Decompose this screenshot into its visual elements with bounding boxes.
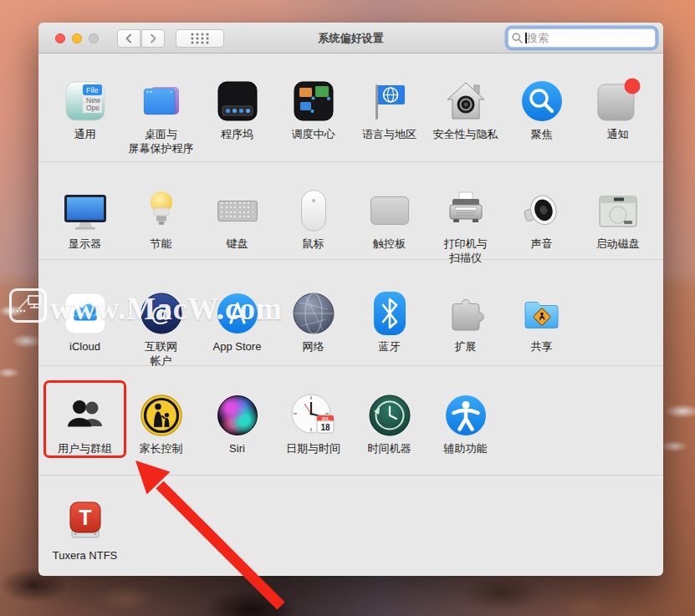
time-machine-icon [365, 391, 414, 440]
titlebar[interactable]: 系统偏好设置 [38, 23, 663, 53]
svg-text:File: File [86, 86, 99, 94]
pref-label: 扩展 [455, 340, 477, 354]
pref-label: Siri [229, 442, 245, 456]
svg-text:Ope: Ope [86, 104, 100, 112]
prefs-row-4: 用户与群组 家长控制 Siri [38, 365, 663, 475]
keyboard-icon [213, 186, 262, 235]
prefs-row-1: File New Ope 通用 桌面与 屏幕保护程序 程序坞 [38, 53, 663, 161]
sharing-icon [518, 289, 566, 338]
pref-label: 时间机器 [368, 442, 411, 456]
pref-desktop-screensaver[interactable]: 桌面与 屏幕保护程序 [123, 77, 199, 161]
siri-icon [213, 391, 262, 440]
network-icon [289, 289, 338, 338]
pref-label: 家长控制 [140, 442, 183, 456]
pref-label: 程序坞 [221, 128, 253, 142]
pref-notifications[interactable]: 通知 [580, 77, 656, 161]
pref-label: 互联网 帐户 [145, 340, 177, 368]
pref-sharing[interactable]: 共享 [503, 289, 580, 365]
search-icon [512, 33, 523, 43]
tuxera-ntfs-icon: T [61, 498, 110, 547]
startup-disk-icon [594, 186, 642, 235]
security-privacy-icon [442, 77, 490, 125]
pref-label: Tuxera NTFS [53, 549, 118, 563]
svg-text:JUL: JUL [321, 416, 329, 421]
pref-security-privacy[interactable]: 安全性与隐私 [427, 77, 503, 161]
pref-label: 辅助功能 [444, 442, 488, 456]
highlight-box-users-groups [43, 380, 126, 458]
watermark-logo-icon [9, 288, 47, 323]
search-input[interactable] [508, 28, 656, 48]
pref-label: 日期与时间 [286, 442, 340, 456]
svg-text:T: T [79, 506, 91, 529]
mission-control-icon [289, 77, 338, 125]
pref-displays[interactable]: 显示器 [47, 186, 123, 259]
pref-label: 共享 [531, 340, 553, 354]
pref-label: 网络 [303, 340, 325, 354]
extensions-icon [442, 289, 490, 338]
pref-label: 启动磁盘 [596, 237, 640, 252]
pref-keyboard[interactable]: 键盘 [199, 186, 275, 259]
pref-label: 聚焦 [531, 128, 553, 142]
pref-network[interactable]: 网络 [275, 289, 351, 365]
pref-dock[interactable]: 程序坞 [199, 77, 275, 161]
dock-icon [213, 77, 262, 125]
pref-label: 语言与地区 [362, 128, 416, 142]
pref-label: 显示器 [69, 237, 101, 252]
general-icon: File New Ope [61, 77, 110, 125]
language-region-icon [365, 77, 414, 125]
printers-scanners-icon [442, 186, 490, 235]
mouse-icon [289, 186, 338, 235]
prefs-row-2: 显示器 节能 键盘 鼠标 触控板 [38, 161, 663, 259]
sound-icon [518, 186, 566, 235]
pref-siri[interactable]: Siri [199, 391, 275, 475]
text-cursor [525, 33, 527, 43]
pref-time-machine[interactable]: 时间机器 [351, 391, 427, 475]
pref-label: 声音 [531, 237, 553, 252]
pref-printers-scanners[interactable]: 打印机与 扫描仪 [427, 186, 503, 259]
pref-label: iCloud [69, 340, 100, 354]
pref-mouse[interactable]: 鼠标 [275, 186, 351, 259]
pref-label: 打印机与 扫描仪 [444, 237, 488, 265]
accessibility-icon [442, 391, 490, 440]
pref-general[interactable]: File New Ope 通用 [47, 77, 123, 161]
pref-energy-saver[interactable]: 节能 [123, 186, 199, 259]
pref-date-time[interactable]: JUL 18 日期与时间 [275, 391, 351, 475]
energy-saver-icon [137, 186, 186, 235]
pref-spotlight[interactable]: 聚焦 [503, 77, 580, 161]
pref-sound[interactable]: 声音 [503, 186, 580, 259]
pref-startup-disk[interactable]: 启动磁盘 [580, 186, 656, 259]
pref-accessibility[interactable]: 辅助功能 [427, 391, 503, 475]
pref-tuxera-ntfs[interactable]: T Tuxera NTFS [47, 498, 123, 576]
date-time-icon: JUL 18 [289, 391, 338, 440]
trackpad-icon [365, 186, 414, 235]
pref-mission-control[interactable]: 调度中心 [275, 77, 351, 161]
pref-label: 安全性与隐私 [433, 128, 498, 142]
pref-language-region[interactable]: 语言与地区 [351, 77, 427, 161]
pref-extensions[interactable]: 扩展 [427, 289, 503, 365]
pref-label: 键盘 [227, 237, 248, 252]
watermark-text: www.MacW.com [50, 291, 283, 327]
desktop-screensaver-icon [137, 77, 186, 125]
pref-label: 蓝牙 [379, 340, 401, 354]
notifications-icon [594, 77, 642, 125]
prefs-row-5: T Tuxera NTFS [38, 475, 663, 576]
pref-bluetooth[interactable]: 蓝牙 [351, 289, 427, 365]
bluetooth-icon [365, 289, 414, 338]
pref-label: 节能 [151, 237, 172, 252]
svg-text:18: 18 [320, 423, 330, 432]
pref-label: 桌面与 屏幕保护程序 [129, 128, 194, 155]
pref-label: 通用 [74, 128, 96, 142]
pref-trackpad[interactable]: 触控板 [351, 186, 427, 259]
pref-label: 通知 [607, 128, 629, 142]
parental-controls-icon [137, 391, 186, 440]
pref-label: 触控板 [373, 237, 406, 252]
displays-icon [61, 186, 110, 235]
pref-label: 鼠标 [303, 237, 325, 252]
pref-label: 调度中心 [292, 128, 335, 142]
pref-parental-controls[interactable]: 家长控制 [123, 391, 199, 475]
pref-label: App Store [213, 340, 262, 354]
spotlight-icon [518, 77, 566, 125]
